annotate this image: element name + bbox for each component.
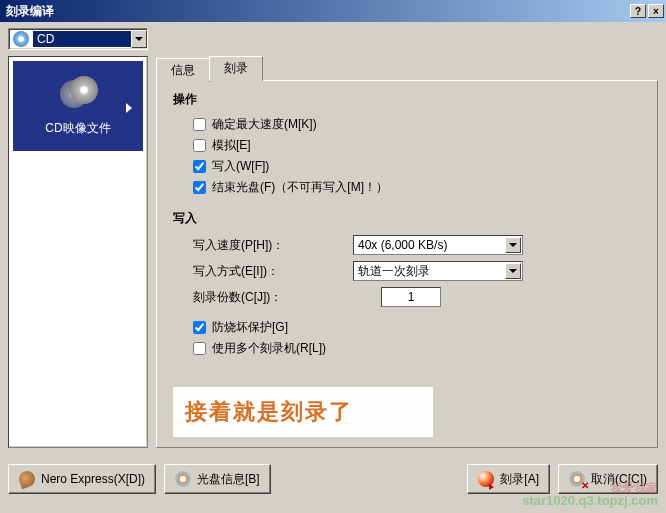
sidebar-item-cd-image[interactable]: CD映像文件 bbox=[13, 61, 143, 151]
input-copies[interactable]: 1 bbox=[381, 287, 441, 307]
sidebar: CD映像文件 bbox=[8, 56, 148, 448]
row-buffer-protect: 防烧坏保护[G] bbox=[193, 319, 641, 336]
annotation-text: 接着就是刻录了 bbox=[173, 387, 433, 437]
row-finalize: 结束光盘(F)（不可再写入[M]！） bbox=[193, 179, 641, 196]
title-bar: 刻录编译 ? × bbox=[0, 0, 666, 22]
chevron-down-icon[interactable] bbox=[505, 263, 521, 279]
chevron-down-icon[interactable] bbox=[131, 30, 147, 48]
window-title: 刻录编译 bbox=[2, 3, 628, 20]
row-method: 写入方式(E[I])： 轨道一次刻录 bbox=[193, 261, 641, 281]
toolbar: CD bbox=[0, 22, 666, 56]
label-finalize: 结束光盘(F)（不可再写入[M]！） bbox=[212, 179, 388, 196]
disc-info-button[interactable]: 光盘信息[B] bbox=[164, 464, 271, 494]
checkbox-finalize[interactable] bbox=[193, 181, 206, 194]
watermark-line2: star1020.q3.topzj.com bbox=[522, 494, 658, 507]
device-combo-label: CD bbox=[33, 31, 131, 47]
disc-info-icon bbox=[175, 471, 191, 487]
section-operation-title: 操作 bbox=[173, 91, 641, 108]
checkbox-buffer-protect[interactable] bbox=[193, 321, 206, 334]
cd-icon bbox=[13, 31, 29, 47]
tab-burn[interactable]: 刻录 bbox=[209, 56, 263, 81]
chevron-right-icon bbox=[126, 103, 137, 113]
help-button[interactable]: ? bbox=[630, 4, 646, 18]
disc-icon bbox=[60, 76, 96, 112]
row-simulate: 模拟[E] bbox=[193, 137, 641, 154]
row-multi-recorder: 使用多个刻录机(R[L]) bbox=[193, 340, 641, 357]
select-speed[interactable]: 40x (6,000 KB/s) bbox=[353, 235, 523, 255]
content-panel: 信息 刻录 操作 确定最大速度(M[K]) 模拟[E] 写入(W[F]) 结束光… bbox=[156, 56, 658, 448]
label-write: 写入(W[F]) bbox=[212, 158, 269, 175]
nero-express-button[interactable]: Nero Express(X[D]) bbox=[8, 464, 156, 494]
device-combo[interactable]: CD bbox=[8, 28, 148, 50]
label-copies: 刻录份数(C[J])： bbox=[193, 289, 353, 306]
checkbox-multi-recorder[interactable] bbox=[193, 342, 206, 355]
tab-info[interactable]: 信息 bbox=[156, 58, 210, 82]
row-max-speed: 确定最大速度(M[K]) bbox=[193, 116, 641, 133]
label-multi-recorder: 使用多个刻录机(R[L]) bbox=[212, 340, 326, 357]
close-button[interactable]: × bbox=[648, 4, 664, 18]
label-simulate: 模拟[E] bbox=[212, 137, 251, 154]
express-icon bbox=[17, 469, 38, 490]
label-buffer-protect: 防烧坏保护[G] bbox=[212, 319, 288, 336]
tab-bar: 信息 刻录 bbox=[156, 56, 658, 80]
disc-info-label: 光盘信息[B] bbox=[197, 471, 260, 488]
select-method[interactable]: 轨道一次刻录 bbox=[353, 261, 523, 281]
checkbox-simulate[interactable] bbox=[193, 139, 206, 152]
row-copies: 刻录份数(C[J])： 1 bbox=[193, 287, 641, 307]
burn-icon bbox=[478, 471, 494, 487]
chevron-down-icon[interactable] bbox=[505, 237, 521, 253]
label-max-speed: 确定最大速度(M[K]) bbox=[212, 116, 317, 133]
label-method: 写入方式(E[I])： bbox=[193, 263, 353, 280]
checkbox-max-speed[interactable] bbox=[193, 118, 206, 131]
row-speed: 写入速度(P[H])： 40x (6,000 KB/s) bbox=[193, 235, 641, 255]
watermark: 我爱我家 star1020.q3.topzj.com bbox=[522, 482, 658, 507]
sidebar-item-label: CD映像文件 bbox=[45, 120, 110, 137]
tab-panel-burn: 操作 确定最大速度(M[K]) 模拟[E] 写入(W[F]) 结束光盘(F)（不… bbox=[156, 80, 658, 448]
label-speed: 写入速度(P[H])： bbox=[193, 237, 353, 254]
nero-express-label: Nero Express(X[D]) bbox=[41, 472, 145, 486]
row-write: 写入(W[F]) bbox=[193, 158, 641, 175]
select-speed-value: 40x (6,000 KB/s) bbox=[358, 238, 447, 252]
section-writing-title: 写入 bbox=[173, 210, 641, 227]
select-method-value: 轨道一次刻录 bbox=[358, 263, 430, 280]
checkbox-write[interactable] bbox=[193, 160, 206, 173]
